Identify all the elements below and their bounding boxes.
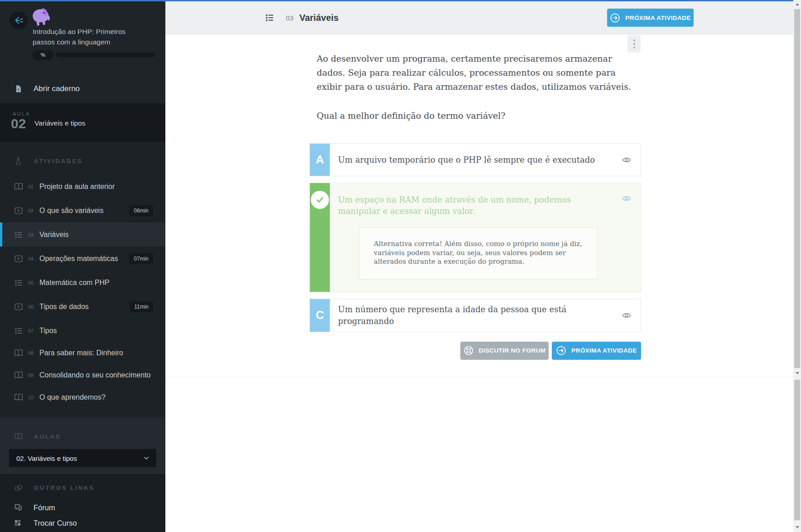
answer-feedback-text: Alternativa correta! Além disso, como o … bbox=[374, 240, 584, 266]
current-lesson-banner[interactable]: AULA 02 Variáveis e tipos bbox=[0, 103, 165, 142]
activity-number: 05 bbox=[28, 280, 36, 285]
activity-number: 06 bbox=[28, 304, 36, 310]
grid-icon bbox=[14, 519, 23, 527]
sidebar-link-forum[interactable]: Fórum bbox=[0, 500, 165, 515]
activity-label: Matemática com PHP bbox=[39, 279, 110, 287]
next-activity-label: PRÓXIMA ATIVIDADE bbox=[571, 347, 637, 354]
collapse-sidebar-button[interactable] bbox=[10, 11, 28, 29]
scrollbar-up-arrow[interactable] bbox=[793, 1, 801, 7]
course-title: Introdução ao PHP: Primeiros passos com … bbox=[33, 26, 134, 47]
sidebar-item-consolidando-o-seu-conhecimento[interactable]: 09 Consolidando o seu conhecimento bbox=[0, 363, 165, 387]
activity-label: Variáveis bbox=[39, 231, 69, 239]
sidebar-item-para-saber-mais-dinheiro[interactable]: 08 Para saber mais: Dinheiro bbox=[0, 341, 165, 365]
activity-number: 01 bbox=[28, 184, 36, 189]
forum-link-label: Fórum bbox=[34, 503, 55, 512]
reveal-answer-eye-icon[interactable] bbox=[622, 155, 632, 165]
sidebar-item-tipos[interactable]: 07 Tipos bbox=[0, 319, 165, 343]
book-icon bbox=[14, 392, 24, 402]
sidebar-item-operacoes-matematicas[interactable]: 04 Operações matemáticas 07min bbox=[0, 247, 165, 271]
answer-option-a[interactable]: A Um arquivo temporário que o PHP lê sem… bbox=[309, 143, 641, 176]
answer-option-c[interactable]: C Um número que representa a idade da pe… bbox=[309, 299, 641, 332]
list-icon bbox=[14, 230, 24, 240]
reveal-answer-eye-icon[interactable] bbox=[622, 310, 632, 320]
progress-bar-track bbox=[56, 53, 155, 57]
question-column: Ao desenvolver um programa, certamente p… bbox=[317, 34, 641, 360]
activity-title-group: 03 Variáveis bbox=[264, 1, 338, 34]
scrollbar-down-arrow-page[interactable] bbox=[793, 524, 801, 530]
arrow-circle-icon bbox=[556, 345, 566, 356]
lifebuoy-forum-icon bbox=[463, 345, 474, 356]
reveal-answer-eye-icon[interactable] bbox=[622, 193, 632, 203]
scrollbar-thumb-page[interactable] bbox=[794, 380, 800, 520]
scrollbar-thumb-inner[interactable] bbox=[794, 9, 800, 368]
open-notebook-label: Abrir caderno bbox=[34, 84, 80, 93]
activity-number: 03 bbox=[28, 232, 36, 237]
activity-label: Operações matemáticas bbox=[39, 255, 118, 263]
lesson-number: 02 bbox=[11, 116, 26, 131]
activity-number: 04 bbox=[28, 256, 36, 261]
sidebar-item-matematica-com-php[interactable]: 05 Matemática com PHP bbox=[0, 271, 165, 295]
open-book-icon bbox=[14, 432, 23, 441]
flask-icon bbox=[14, 156, 23, 166]
top-accent-bar bbox=[0, 0, 793, 1]
activities-header: ATIVIDADES bbox=[0, 154, 165, 168]
option-text: Um número que representa a idade da pess… bbox=[330, 299, 641, 332]
aulas-header-label: AULAS bbox=[34, 433, 61, 440]
progress-percent-badge: % bbox=[33, 50, 53, 60]
trocar-curso-link-label: Trocar Curso bbox=[34, 519, 77, 527]
video-icon bbox=[14, 254, 24, 264]
option-letter-badge: A bbox=[310, 144, 330, 176]
activity-header-bar: 03 Variáveis PRÓXIMA ATIVIDADE bbox=[165, 1, 793, 34]
lesson-select-dropdown[interactable]: 02. Variáveis e tipos bbox=[9, 449, 156, 467]
sidebar-link-trocar-curso[interactable]: Trocar Curso bbox=[0, 515, 165, 531]
course-progress: % bbox=[33, 49, 155, 60]
outros-links-header-label: OUTROS LINKS bbox=[34, 484, 95, 491]
question-actions: DISCUTIR NO FORUM PRÓXIMA ATIVIDADE bbox=[309, 342, 641, 360]
discuss-forum-button[interactable]: DISCUTIR NO FORUM bbox=[460, 342, 549, 360]
next-activity-label: PRÓXIMA ATIVIDADE bbox=[625, 15, 690, 21]
outros-links-header: OUTROS LINKS bbox=[0, 481, 165, 494]
activity-header-number: 03 bbox=[286, 14, 294, 22]
open-notebook-button[interactable]: Abrir caderno bbox=[0, 78, 165, 99]
sidebar-item-o-que-aprendemos[interactable]: 10 O que aprendemos? bbox=[0, 385, 165, 409]
activity-label: Consolidando o seu conhecimento bbox=[39, 371, 151, 379]
next-activity-button-top[interactable]: PRÓXIMA ATIVIDADE bbox=[607, 9, 694, 27]
activity-label: Tipos de dados bbox=[39, 303, 89, 311]
correct-option-body: Um espaço na RAM onde através de um nome… bbox=[330, 183, 641, 292]
aulas-header: AULAS bbox=[0, 430, 165, 443]
activity-label: Para saber mais: Dinheiro bbox=[39, 349, 123, 357]
scrollbar-down-arrow-inner[interactable] bbox=[793, 370, 801, 376]
activity-number: 09 bbox=[28, 372, 36, 378]
duration-badge: 07min bbox=[129, 253, 153, 264]
activity-label: Tipos bbox=[39, 327, 57, 335]
php-elephant-logo bbox=[29, 5, 53, 29]
book-icon bbox=[14, 348, 24, 358]
activity-label: O que aprendemos? bbox=[39, 393, 106, 401]
correct-option-bar bbox=[310, 183, 330, 292]
list-icon bbox=[14, 278, 24, 288]
answer-feedback-box: Alternativa correta! Além disso, como o … bbox=[359, 227, 598, 280]
content-divider bbox=[165, 377, 793, 377]
book-icon bbox=[14, 182, 24, 192]
sidebar-item-o-que-sao-variaveis[interactable]: 02 O que são variáveis 06min bbox=[0, 198, 165, 222]
activities-header-label: ATIVIDADES bbox=[34, 158, 83, 164]
next-activity-button-bottom[interactable]: PRÓXIMA ATIVIDADE bbox=[552, 342, 641, 360]
sidebar-item-variaveis-active[interactable]: 03 Variáveis bbox=[0, 222, 165, 247]
correct-check-icon bbox=[311, 191, 329, 209]
video-icon bbox=[14, 302, 24, 312]
activity-number: 10 bbox=[28, 395, 36, 400]
activity-label: O que são variáveis bbox=[39, 207, 103, 215]
notebook-icon bbox=[14, 84, 23, 94]
question-intro-text: Ao desenvolver um programa, certamente p… bbox=[317, 52, 641, 94]
activity-label: Projeto da aula anterior bbox=[39, 183, 115, 191]
option-letter-badge: C bbox=[310, 299, 330, 332]
answer-option-b-correct[interactable]: Um espaço na RAM onde através de um nome… bbox=[309, 183, 641, 292]
duration-badge: 06min bbox=[129, 205, 153, 216]
sidebar-item-projeto-da-aula-anterior[interactable]: 01 Projeto da aula anterior bbox=[0, 174, 165, 198]
link-icon bbox=[14, 483, 23, 493]
sidebar-item-tipos-de-dados[interactable]: 06 Tipos de dados 11min bbox=[0, 295, 165, 319]
duration-badge: 11min bbox=[130, 301, 153, 312]
question-prompt: Qual a melhor definição do termo variáve… bbox=[317, 109, 641, 123]
answer-options: A Um arquivo temporário que o PHP lê sem… bbox=[309, 143, 641, 360]
chat-icon bbox=[14, 503, 23, 512]
